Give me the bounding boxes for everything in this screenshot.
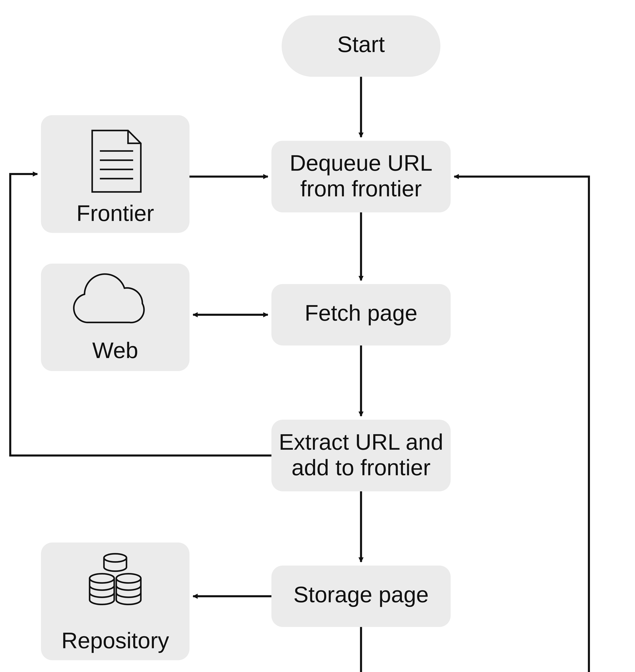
edge-done-no-loop [454,177,589,672]
frontier-label: Frontier [76,201,154,226]
extract-label-2: add to frontier [291,455,431,480]
storage-label: Storage page [293,582,429,607]
start-label: Start [337,31,385,57]
frontier-node: Frontier [41,115,190,233]
storage-node: Storage page [271,565,451,627]
extract-node: Extract URL and add to frontier [271,420,451,491]
fetch-label: Fetch page [305,300,417,326]
start-node: Start [282,15,440,77]
extract-label-1: Extract URL and [279,429,443,454]
web-node: Web [41,264,190,371]
dequeue-node: Dequeue URL from frontier [271,141,451,212]
dequeue-label-1: Dequeue URL [290,150,433,176]
repository-node: Repository [41,542,190,660]
dequeue-label-2: from frontier [300,176,422,201]
web-label: Web [92,338,138,363]
repository-label: Repository [61,628,169,653]
fetch-node: Fetch page [271,284,451,345]
